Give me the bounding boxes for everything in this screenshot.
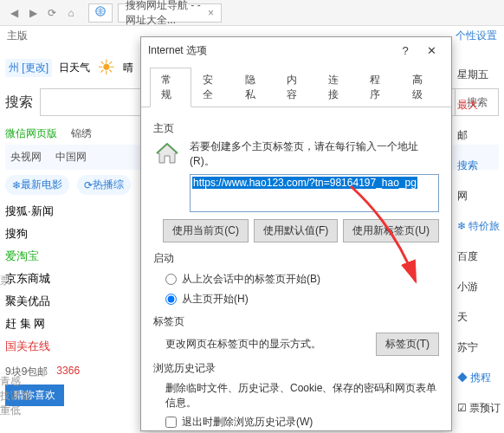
use-default-button[interactable]: 使用默认值(F): [254, 219, 338, 242]
tab-connection[interactable]: 连接: [317, 68, 359, 107]
refresh-button[interactable]: ⟳: [43, 4, 61, 22]
r-search[interactable]: 搜索: [457, 158, 501, 173]
close-button[interactable]: ✕: [418, 44, 444, 57]
internet-options-dialog: Internet 选项 ? ✕ 常规 安全 隐私 内容 连接 程序 高级 主页 …: [140, 36, 452, 431]
sun-icon: ☀: [97, 55, 116, 80]
startup-lastsession-radio[interactable]: [165, 274, 177, 285]
homepage-desc: 若要创建多个主页标签页，请在每行输入一个地址(R)。: [190, 139, 439, 169]
tabs-button[interactable]: 标签页(T): [376, 333, 439, 356]
tab-content[interactable]: 内容: [275, 68, 317, 107]
status-right[interactable]: 个性设置: [456, 29, 497, 43]
startup-homepage-radio[interactable]: [165, 294, 177, 305]
left-c[interactable]: 技调查: [0, 389, 31, 404]
url-bar[interactable]: [88, 3, 113, 23]
tab-privacy[interactable]: 隐私: [234, 68, 275, 107]
help-button[interactable]: ?: [392, 44, 418, 57]
r-ctrip[interactable]: ◆ 携程: [457, 371, 501, 385]
browser-tab[interactable]: 搜狗网址导航 - - 网址大全... ×: [118, 3, 222, 23]
r-travel[interactable]: ❄ 特价旅: [457, 219, 501, 234]
home-button[interactable]: ⌂: [62, 4, 80, 22]
tabs-group: 标签页: [153, 314, 439, 329]
movie-pill[interactable]: ❄ 最新电影: [5, 175, 69, 195]
city-badge[interactable]: 州 [更改]: [5, 59, 52, 77]
r-sky[interactable]: 天: [457, 310, 501, 325]
subnav-b[interactable]: 锦绣: [71, 126, 92, 141]
left-d[interactable]: 重低: [0, 404, 31, 418]
startup-group: 启动: [153, 251, 439, 266]
tab-security[interactable]: 安全: [191, 68, 233, 107]
date-label: 日天气: [59, 61, 90, 75]
stat-b[interactable]: 3366: [56, 365, 80, 379]
left-a[interactable]: 票: [0, 274, 10, 288]
weather-cond: 晴: [123, 61, 133, 75]
globe-icon: [94, 5, 107, 20]
tab-advanced[interactable]: 高级: [401, 68, 443, 107]
search-label: 搜索: [5, 94, 33, 112]
wechat-link[interactable]: 微信网页版: [5, 126, 57, 141]
startup-opt1-label: 从上次会话中的标签页开始(B): [182, 272, 320, 287]
r-ticket[interactable]: ☑ 票预订: [457, 401, 501, 416]
back-button[interactable]: ◀: [5, 4, 23, 22]
delete-on-exit-checkbox[interactable]: [165, 417, 177, 428]
close-icon[interactable]: ×: [208, 7, 214, 19]
r-game[interactable]: 小游: [457, 280, 501, 294]
cctv-link[interactable]: 央视网: [10, 150, 42, 165]
dialog-title: Internet 选项: [148, 43, 207, 58]
forward-button[interactable]: ▶: [24, 4, 42, 22]
r-baidu[interactable]: 百度: [457, 249, 501, 264]
homepage-url-input[interactable]: https://www.hao123.com/?tn=98164197_hao_…: [190, 174, 439, 212]
r-max: 最大: [457, 98, 501, 113]
tab-title: 搜狗网址导航 - - 网址大全...: [126, 0, 203, 28]
r-net[interactable]: 网: [457, 189, 501, 204]
china-link[interactable]: 中国网: [55, 150, 87, 165]
left-b[interactable]: 青感: [0, 374, 31, 389]
status-left: 主版: [7, 29, 28, 43]
use-newtab-button[interactable]: 使用新标签页(U): [343, 219, 439, 242]
delete-on-exit-label: 退出时删除浏览历史记录(W): [182, 415, 313, 430]
startup-opt2-label: 从主页开始(H): [182, 292, 249, 307]
weekday: 星期五: [457, 68, 501, 82]
history-group: 浏览历史记录: [153, 361, 439, 376]
r-suning[interactable]: 苏宁: [457, 340, 501, 355]
hot-pill[interactable]: ⟳ 热播综: [77, 175, 131, 195]
r-mail: 邮: [457, 128, 501, 143]
history-desc: 删除临时文件、历史记录、Cookie、保存的密码和网页表单信息。: [165, 379, 439, 412]
tabs-desc: 更改网页在标签页中的显示方式。: [165, 335, 321, 353]
tab-general[interactable]: 常规: [150, 68, 191, 107]
tab-programs[interactable]: 程序: [359, 68, 400, 107]
use-current-button[interactable]: 使用当前页(C): [163, 219, 249, 242]
house-icon: [153, 139, 181, 167]
homepage-group: 主页: [153, 121, 439, 136]
